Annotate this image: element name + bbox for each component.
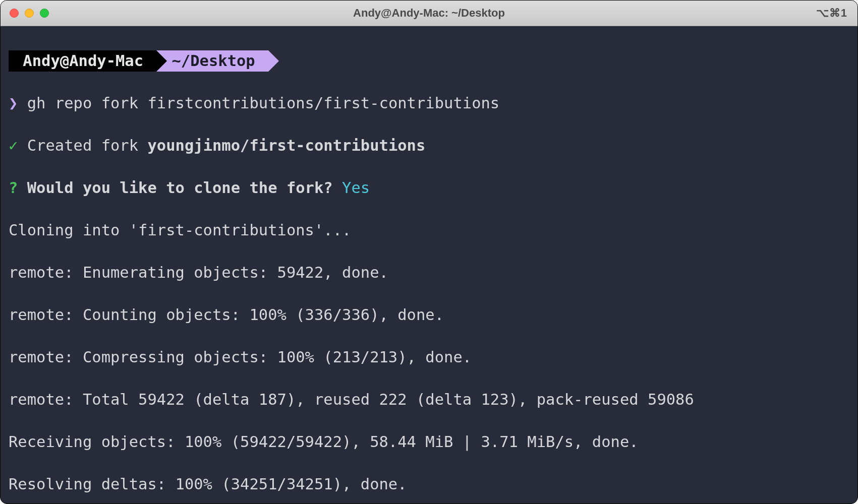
powerline-arrow-icon bbox=[156, 50, 167, 72]
output-line: Cloning into 'first-contributions'... bbox=[9, 220, 849, 241]
command-text: gh repo fork firstcontributions/first-co… bbox=[18, 94, 499, 112]
output-line: remote: Compressing objects: 100% (213/2… bbox=[9, 347, 849, 368]
traffic-lights bbox=[10, 9, 49, 18]
output-line: remote: Total 59422 (delta 187), reused … bbox=[9, 389, 849, 410]
prompt-path-segment: ~/Desktop bbox=[156, 50, 268, 72]
output-repo-name: youngjinmo/first-contributions bbox=[147, 137, 425, 154]
powerline-arrow-icon bbox=[268, 50, 279, 72]
output-line: ✓ Created fork youngjinmo/first-contribu… bbox=[9, 135, 849, 156]
output-line: Receiving objects: 100% (59422/59422), 5… bbox=[9, 431, 849, 453]
output-text: Would you like to clone the fork? bbox=[18, 179, 332, 197]
output-line: remote: Enumerating objects: 59422, done… bbox=[9, 262, 849, 283]
output-text: Created fork bbox=[18, 137, 147, 154]
command-line: ❯ gh repo fork firstcontributions/first-… bbox=[9, 93, 849, 114]
titlebar: Andy@Andy-Mac: ~/Desktop ⌥⌘1 bbox=[1, 1, 857, 26]
minimize-window-button[interactable] bbox=[25, 9, 34, 18]
check-icon: ✓ bbox=[9, 137, 18, 154]
prompt-caret-icon: ❯ bbox=[9, 94, 18, 112]
tab-indicator: ⌥⌘1 bbox=[816, 7, 847, 20]
prompt-line: Andy@Andy-Mac ~/Desktop bbox=[9, 50, 849, 72]
answer-text: Yes bbox=[333, 179, 370, 197]
output-line: ? Would you like to clone the fork? Yes bbox=[9, 177, 849, 199]
output-line: Resolving deltas: 100% (34251/34251), do… bbox=[9, 474, 849, 495]
prompt-user-segment: Andy@Andy-Mac bbox=[9, 50, 156, 72]
output-line: remote: Counting objects: 100% (336/336)… bbox=[9, 304, 849, 326]
terminal-viewport[interactable]: Andy@Andy-Mac ~/Desktop ❯ gh repo fork f… bbox=[6, 26, 852, 498]
question-mark-icon: ? bbox=[9, 179, 18, 197]
close-window-button[interactable] bbox=[10, 9, 19, 18]
zoom-window-button[interactable] bbox=[40, 9, 49, 18]
window-title: Andy@Andy-Mac: ~/Desktop bbox=[1, 7, 857, 20]
terminal-window: Andy@Andy-Mac: ~/Desktop ⌥⌘1 Andy@Andy-M… bbox=[0, 0, 858, 504]
